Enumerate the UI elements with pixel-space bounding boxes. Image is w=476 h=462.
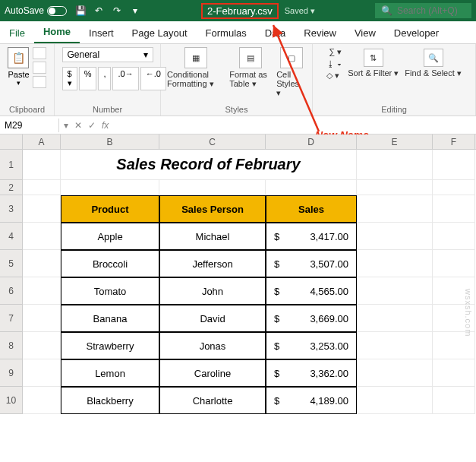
cell[interactable] [357,180,433,195]
cell[interactable] [357,359,433,387]
autosave-toggle[interactable]: AutoSave [5,5,67,16]
cell[interactable] [433,180,475,195]
table-header[interactable]: Sales Person [159,195,266,223]
table-cell-person[interactable]: Michael [159,223,266,250]
col-header[interactable]: E [357,134,433,149]
table-cell-sales[interactable]: $4,189.00 [266,387,357,414]
tab-developer[interactable]: Developer [385,23,448,43]
col-header[interactable]: F [433,134,475,149]
table-cell-product[interactable]: Blackberry [61,387,159,414]
format-as-table-button[interactable]: ▤Format as Table ▾ [229,47,272,98]
table-cell-sales[interactable]: $4,565.00 [266,277,357,305]
cell[interactable] [433,195,475,223]
formula-input[interactable] [113,119,476,132]
cell[interactable] [23,277,61,305]
cell[interactable] [433,250,475,277]
cell[interactable] [357,223,433,250]
find-select-button[interactable]: 🔍Find & Select ▾ [405,49,461,81]
cell[interactable] [357,332,433,359]
currency-button[interactable]: $ ▾ [62,67,77,90]
namebox-dropdown-icon[interactable]: ▾ [64,120,68,131]
table-cell-sales[interactable]: $3,507.00 [266,250,357,277]
title-cell[interactable]: Sales Record of February [61,150,357,180]
conditional-formatting-button[interactable]: ▦Conditional Formatting ▾ [167,47,225,98]
cell[interactable] [23,150,61,180]
tab-formulas[interactable]: Formulas [197,23,256,43]
cell[interactable] [357,387,433,414]
row-header[interactable]: 6 [0,277,23,305]
col-header[interactable]: D [266,134,357,149]
cell[interactable] [357,305,433,332]
cell[interactable] [23,332,61,359]
cell[interactable] [266,180,357,195]
tab-view[interactable]: View [345,23,385,43]
row-header[interactable]: 4 [0,223,23,250]
tab-review[interactable]: Review [295,23,345,43]
cell[interactable] [23,250,61,277]
table-cell-product[interactable]: Banana [61,305,159,332]
cell[interactable] [23,305,61,332]
comma-button[interactable]: , [98,67,111,90]
cancel-icon[interactable]: ✕ [74,120,82,131]
tab-insert[interactable]: Insert [80,23,123,43]
cell[interactable] [23,180,61,195]
cut-icon[interactable] [33,47,46,59]
cell[interactable] [23,223,61,250]
tab-data[interactable]: Data [256,23,295,43]
table-cell-sales[interactable]: $3,253.00 [266,332,357,359]
col-header[interactable]: C [159,134,266,149]
chevron-down-icon[interactable]: ▾ [17,79,20,87]
enter-icon[interactable]: ✓ [88,120,96,131]
tab-home[interactable]: Home [34,21,80,43]
paste-button[interactable]: 📋 Paste ▾ [8,47,29,88]
cell[interactable] [357,150,433,180]
fill-button[interactable]: ⭳ ▾ [326,59,342,68]
cell[interactable] [23,359,61,387]
format-painter-icon[interactable] [33,76,46,88]
cell[interactable] [433,387,475,414]
row-header[interactable]: 10 [0,387,23,414]
table-cell-sales[interactable]: $3,417.00 [266,223,357,250]
table-cell-product[interactable]: Tomato [61,277,159,305]
table-header[interactable]: Product [61,195,159,223]
search-input[interactable] [397,5,465,16]
toggle-off-icon[interactable] [47,6,67,16]
tab-page-layout[interactable]: Page Layout [123,23,197,43]
cell[interactable] [433,150,475,180]
table-cell-person[interactable]: John [159,277,266,305]
select-all-corner[interactable] [0,134,23,149]
row-header[interactable]: 1 [0,150,23,180]
redo-icon[interactable]: ↷ [111,5,123,17]
sort-filter-button[interactable]: ⇅Sort & Filter ▾ [348,49,399,81]
table-cell-person[interactable]: Jefferson [159,250,266,277]
copy-icon[interactable] [33,62,46,74]
cell[interactable] [433,359,475,387]
row-header[interactable]: 3 [0,195,23,223]
table-cell-product[interactable]: Strawberry [61,332,159,359]
number-format-select[interactable]: General▾ [62,47,153,62]
fx-icon[interactable]: fx [102,120,109,131]
autosum-button[interactable]: ∑ ▾ [326,47,342,57]
percent-button[interactable]: % [79,67,97,90]
name-box[interactable] [0,119,59,132]
save-icon[interactable]: 💾 [74,5,87,17]
row-header[interactable]: 2 [0,180,23,195]
cell-styles-button[interactable]: ▢Cell Styles ▾ [276,47,306,98]
table-cell-sales[interactable]: $3,362.00 [266,359,357,387]
table-cell-product[interactable]: Broccoli [61,250,159,277]
tab-file[interactable]: File [0,23,34,43]
cell[interactable] [357,250,433,277]
row-header[interactable]: 7 [0,305,23,332]
cell[interactable] [23,195,61,223]
table-header[interactable]: Sales [266,195,357,223]
col-header[interactable]: B [61,134,159,149]
increase-decimal-button[interactable]: .0→ [112,67,138,90]
cell[interactable] [61,180,159,195]
table-cell-person[interactable]: Jonas [159,332,266,359]
qat-dropdown-icon[interactable]: ▾ [129,5,141,17]
col-header[interactable]: A [23,134,61,149]
search-box[interactable]: 🔍 [375,3,471,18]
table-cell-sales[interactable]: $3,669.00 [266,305,357,332]
table-cell-person[interactable]: David [159,305,266,332]
row-header[interactable]: 9 [0,359,23,387]
